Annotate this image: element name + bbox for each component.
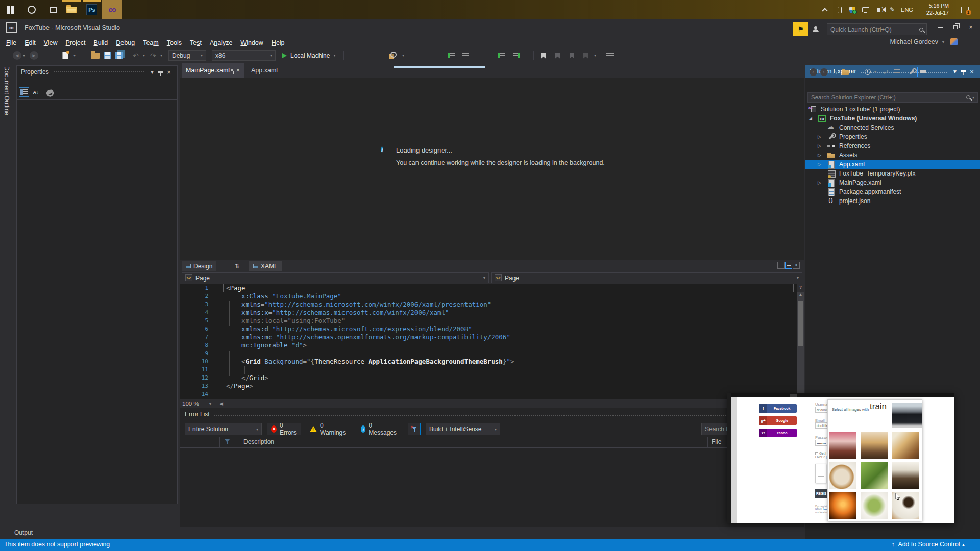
sync-dropdown[interactable]: ▾: [850, 67, 855, 77]
checkbox-icon[interactable]: [815, 452, 818, 455]
tree-item-solution-foxtube-1-project-[interactable]: Solution 'FoxTube' (1 project): [805, 105, 980, 114]
tab-close-icon[interactable]: ×: [236, 67, 240, 74]
tree-item-foxtube-universal-windows-[interactable]: ◢FoxTube (Universal Windows): [805, 114, 980, 123]
se-back-button[interactable]: ‹: [808, 67, 818, 77]
tab-app-xaml[interactable]: App.xaml: [246, 63, 283, 78]
salad-plate-image[interactable]: [861, 492, 888, 519]
properties-header[interactable]: Properties ▼ ×: [17, 66, 177, 78]
xaml-code-editor[interactable]: 1<Page2 x:Class="FoxTube.MainPage"3 xmln…: [180, 284, 804, 399]
find-dropdown[interactable]: ▾: [402, 50, 404, 61]
tab-xaml-view[interactable]: XAML: [249, 261, 282, 271]
categorized-view-button[interactable]: [19, 87, 29, 97]
code-line-10[interactable]: 10 <Grid Background="{ThemeResource Appl…: [180, 358, 804, 366]
window-position-dropdown[interactable]: ▼: [951, 69, 959, 74]
scrollbar-thumb[interactable]: [798, 301, 803, 346]
find-in-files-button[interactable]: [389, 50, 397, 61]
photoshop-button[interactable]: Ps: [82, 0, 102, 19]
visual-studio-taskbar-button[interactable]: ∞: [102, 0, 122, 19]
code-line-5[interactable]: 5 xmlns:local="using:FoxTube": [180, 317, 804, 325]
redo-dropdown[interactable]: ▾: [160, 50, 162, 61]
menu-file[interactable]: File: [2, 38, 20, 48]
clear-filter-button[interactable]: ✕: [408, 423, 421, 435]
errors-filter-button[interactable]: ✕0 Errors: [267, 423, 301, 435]
window-position-dropdown[interactable]: ▼: [148, 69, 156, 75]
breadcrumb-left[interactable]: <> Page ▾: [182, 272, 489, 283]
solution-configuration-select[interactable]: Debug▾: [168, 50, 206, 61]
pending-changes-filter-button[interactable]: [863, 67, 873, 77]
uncomment-button[interactable]: [462, 50, 469, 61]
expand-arrow-icon[interactable]: ▷: [818, 180, 821, 185]
task-view-button[interactable]: [43, 0, 63, 19]
column-header-description[interactable]: Description: [243, 438, 274, 445]
yahoo-login-button[interactable]: Y!Yahoo: [759, 429, 797, 437]
menu-project[interactable]: Project: [62, 38, 90, 48]
menu-view[interactable]: View: [40, 38, 62, 48]
new-file-dropdown[interactable]: ▾: [74, 50, 76, 61]
breakfast-plate-image[interactable]: [829, 462, 856, 489]
menu-analyze[interactable]: Analyze: [206, 38, 236, 48]
vertical-split-button[interactable]: [777, 262, 785, 269]
menu-team[interactable]: Team: [139, 38, 163, 48]
error-list-header[interactable]: Error List: [180, 408, 804, 420]
messages-filter-button[interactable]: i0 Messages: [357, 423, 400, 435]
preview-selected-items-button[interactable]: [917, 67, 928, 77]
column-header-file[interactable]: File: [712, 438, 721, 445]
tree-item-app-xaml[interactable]: ▷App.xaml: [805, 160, 980, 169]
code-line-14[interactable]: 14: [180, 390, 804, 398]
decrease-indent-button[interactable]: [498, 50, 505, 61]
expand-arrow-icon[interactable]: ▷: [818, 162, 821, 167]
undo-dropdown[interactable]: ▾: [143, 50, 145, 61]
clear-bookmarks-button[interactable]: [583, 50, 588, 61]
tree-item-project-json[interactable]: project.json: [805, 196, 980, 206]
tree-item-properties[interactable]: ▷Properties: [805, 132, 980, 141]
open-file-button[interactable]: [91, 50, 100, 61]
horizontal-split-button[interactable]: [785, 262, 792, 269]
tree-item-connected-services[interactable]: Connected Services: [805, 123, 980, 132]
code-line-9[interactable]: 9: [180, 349, 804, 358]
warnings-filter-button[interactable]: 0 Warnings: [306, 423, 351, 435]
restore-button[interactable]: [948, 19, 963, 35]
code-line-3[interactable]: 3 xmlns="http://schemas.microsoft.com/wi…: [180, 300, 804, 309]
sync-with-active-document-button[interactable]: [840, 67, 850, 77]
start-debugging-button[interactable]: Local Machine ▾: [282, 50, 335, 61]
close-panel-button[interactable]: ×: [968, 68, 976, 76]
tree-item-assets[interactable]: ▷Assets: [805, 151, 980, 160]
pin-icon[interactable]: [961, 70, 966, 72]
glowing-orange-bowl-image[interactable]: [829, 492, 856, 519]
tree-item-foxtube-temporarykey-pfx[interactable]: FoxTube_TemporaryKey.pfx: [805, 169, 980, 178]
tree-item-package-appxmanifest[interactable]: Package.appxmanifest: [805, 187, 980, 196]
error-scope-select[interactable]: Entire Solution▾: [185, 423, 262, 435]
next-bookmark-button[interactable]: [570, 50, 574, 61]
expand-arrow-icon[interactable]: ▷: [818, 153, 821, 158]
menu-build[interactable]: Build: [90, 38, 112, 48]
tab-design-view[interactable]: Design: [182, 261, 216, 271]
menu-test[interactable]: Test: [186, 38, 206, 48]
pancakes-and-coffee-image[interactable]: [892, 432, 919, 459]
recaptcha-widget-fragment[interactable]: [815, 464, 826, 483]
coffee-beans-cup-image[interactable]: [892, 462, 919, 489]
facebook-login-button[interactable]: fFacebook: [759, 404, 797, 413]
username-input[interactable]: dr.dooli: [815, 407, 827, 413]
comment-button[interactable]: [448, 50, 455, 61]
output-collapsed-tab[interactable]: Output: [0, 527, 805, 539]
refresh-button[interactable]: ⇄: [881, 67, 891, 77]
code-line-11[interactable]: 11: [180, 366, 804, 374]
collapse-arrow-icon[interactable]: ◢: [808, 116, 812, 121]
navigate-back-dropdown[interactable]: ▾: [23, 50, 25, 61]
tab-pin-icon[interactable]: [231, 69, 233, 71]
bookmark-dropdown[interactable]: ▾: [594, 50, 596, 61]
tab-mainpage-xaml[interactable]: MainPage.xaml ×: [182, 63, 244, 78]
tree-item-mainpage-xaml[interactable]: ▷MainPage.xaml: [805, 178, 980, 187]
add-to-source-control-button[interactable]: ↑ Add to Source Control ▲: [892, 541, 966, 548]
scroll-up-arrow[interactable]: ▲: [797, 292, 804, 297]
close-button[interactable]: ×: [964, 19, 978, 35]
minimize-button[interactable]: [933, 19, 947, 35]
code-line-1[interactable]: 1<Page: [180, 284, 804, 292]
defender-tray-button[interactable]: [846, 0, 859, 19]
file-explorer-button[interactable]: [61, 0, 82, 19]
save-button[interactable]: [104, 50, 111, 61]
collapse-pane-button[interactable]: ⇕: [793, 262, 800, 269]
tree-item-references[interactable]: ▷References: [805, 141, 980, 151]
network-tray-button[interactable]: [860, 0, 872, 19]
menu-debug[interactable]: Debug: [112, 38, 139, 48]
